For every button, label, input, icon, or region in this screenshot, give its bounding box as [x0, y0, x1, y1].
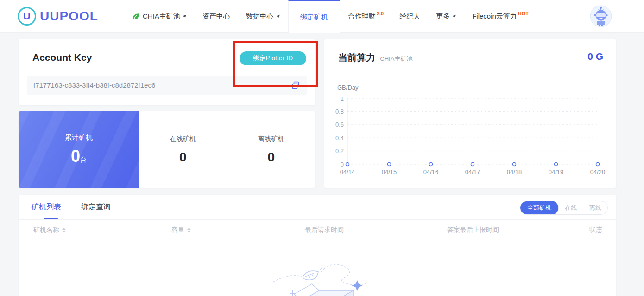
offline-miners-value: 0	[227, 150, 316, 165]
sort-icon	[62, 228, 66, 232]
main-nav: CHIA主矿池 资产中心 数据中心 绑定矿机 合作理财 2.0 经纪人 更多 F…	[124, 0, 537, 33]
total-miners-label: 累计矿机	[65, 133, 93, 142]
plotter-id-field: f7177163-c833-3ff4-b38f-c8d2872f1ec6	[27, 76, 307, 95]
miners-table-header: 矿机名称 容量 最后请求时间 答案最后上报时间 状态	[19, 220, 616, 240]
svg-text:0: 0	[341, 161, 344, 168]
divider	[324, 75, 616, 75]
page: U UUPOOL CHIA主矿池 资产中心 数据中心 绑定矿机 合作理财 2.0…	[0, 0, 644, 296]
svg-text:04/20: 04/20	[590, 168, 606, 175]
online-miners-value: 0	[139, 150, 227, 165]
active-tab-indicator	[44, 218, 58, 219]
chevron-down-icon	[183, 15, 187, 18]
svg-text:04/15: 04/15	[382, 168, 397, 175]
svg-text:1: 1	[341, 95, 344, 102]
total-miners-value: 0	[71, 147, 80, 166]
column-header-last-request: 最后请求时间	[305, 226, 447, 234]
account-key-card: Account Key 绑定Plotter ID f7177163-c833-3…	[19, 39, 315, 105]
nav-item-filecoin[interactable]: Filecoin云算力 HOT	[464, 0, 537, 33]
filter-all-miners[interactable]: 全部矿机	[520, 201, 559, 215]
leaf-outline-icon	[303, 271, 318, 280]
filter-online[interactable]: 在线	[559, 201, 583, 214]
brand-name: UUPOOL	[40, 9, 98, 24]
hashrate-subtitle: -CHIA主矿池	[378, 55, 412, 62]
robot-avatar-icon	[590, 5, 612, 27]
offline-miners: 离线矿机 0	[227, 135, 316, 165]
column-header-last-report: 答案最后上报时间	[447, 226, 577, 234]
svg-text:0.8: 0.8	[335, 108, 344, 115]
empty-state-illustration	[266, 252, 368, 296]
nav-item-data-center[interactable]: 数据中心	[238, 0, 288, 33]
miner-status-filter: 全部矿机 在线 离线	[520, 201, 608, 215]
total-miners-panel: 累计矿机 0台	[19, 111, 139, 188]
online-miners-label: 在线矿机	[139, 135, 227, 143]
online-miners: 在线矿机 0	[139, 135, 227, 165]
hashrate-value: 0 G	[587, 51, 603, 62]
svg-text:04/17: 04/17	[465, 168, 480, 175]
column-header-status: 状态	[577, 226, 602, 234]
svg-text:04/19: 04/19	[549, 168, 564, 175]
brand-logo[interactable]: U UUPOOL	[18, 7, 98, 26]
offline-miners-label: 离线矿机	[227, 135, 316, 143]
column-header-miner-name[interactable]: 矿机名称	[33, 226, 171, 234]
nav-item-broker[interactable]: 经纪人	[391, 0, 428, 33]
svg-text:0.6: 0.6	[335, 121, 344, 128]
svg-text:04/14: 04/14	[340, 168, 355, 175]
column-header-capacity[interactable]: 容量	[171, 226, 305, 234]
tab-miner-list[interactable]: 矿机列表	[32, 195, 61, 219]
badge-2-0: 2.0	[377, 11, 384, 16]
hashrate-title: 当前算力-CHIA主矿池	[338, 51, 412, 64]
nav-item-bind-miner[interactable]: 绑定矿机	[288, 0, 340, 33]
miners-list-card: 矿机列表 绑定查询 全部矿机 在线 离线 矿机名称 容量 最后请求时间 答案最后…	[19, 195, 616, 296]
bind-plotter-id-button[interactable]: 绑定Plotter ID	[240, 51, 306, 65]
sparkle-icon	[352, 280, 363, 291]
nav-item-finance[interactable]: 合作理财 2.0	[340, 0, 391, 33]
badge-hot: HOT	[518, 11, 529, 16]
account-key-value: f7177163-c833-3ff4-b38f-c8d2872f1ec6	[33, 81, 292, 89]
user-avatar[interactable]	[590, 5, 612, 27]
nav-item-more[interactable]: 更多	[428, 0, 464, 33]
leaf-icon	[132, 13, 140, 20]
svg-text:0.2: 0.2	[335, 148, 344, 154]
hashrate-line-chart: 10.80.60.40.2004/1404/1504/1604/1704/180…	[329, 86, 612, 183]
online-offline-panel: 在线矿机 0 离线矿机 0	[139, 111, 315, 188]
account-key-title: Account Key	[32, 52, 92, 63]
nav-item-chia-pool[interactable]: CHIA主矿池	[124, 0, 195, 33]
tab-bind-query[interactable]: 绑定查询	[81, 195, 111, 219]
uupool-logo-icon: U	[18, 7, 36, 26]
chevron-down-icon	[453, 15, 457, 18]
svg-text:04/18: 04/18	[507, 168, 522, 175]
filter-offline[interactable]: 离线	[583, 201, 607, 214]
hashrate-card: 当前算力-CHIA主矿池 0 G GB/Day 10.80.60.40.2004…	[324, 39, 616, 188]
miner-stats-card: 累计矿机 0台 在线矿机 0 离线矿机 0	[19, 111, 315, 188]
svg-text:04/16: 04/16	[423, 168, 439, 175]
copy-icon[interactable]	[292, 81, 300, 90]
top-nav-bar: U UUPOOL CHIA主矿池 资产中心 数据中心 绑定矿机 合作理财 2.0…	[0, 0, 644, 33]
chevron-down-icon	[276, 15, 280, 18]
miner-tabs-row: 矿机列表 绑定查询 全部矿机 在线 离线	[19, 195, 616, 220]
nav-item-assets[interactable]: 资产中心	[195, 0, 238, 33]
sort-icon	[187, 228, 191, 232]
svg-text:0.4: 0.4	[335, 135, 344, 142]
